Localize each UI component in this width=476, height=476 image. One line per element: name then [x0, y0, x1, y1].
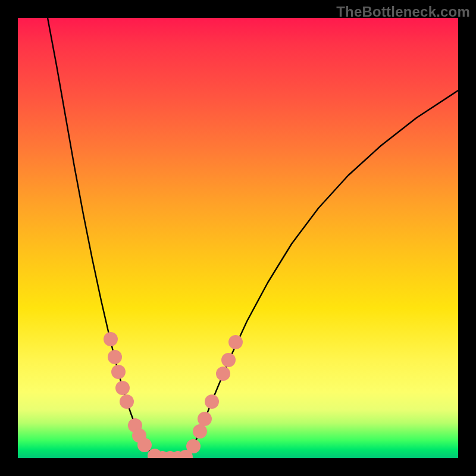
- marker-dot: [193, 424, 207, 439]
- v-curve: [48, 18, 458, 458]
- curve-group: [48, 18, 458, 458]
- marker-dot: [137, 438, 152, 452]
- watermark-text: TheBottleneck.com: [336, 4, 470, 20]
- marker-dot: [115, 381, 130, 395]
- marker-dots-group: [104, 332, 243, 458]
- plot-area: [18, 18, 458, 458]
- marker-dot: [216, 367, 230, 381]
- marker-dot: [111, 365, 126, 379]
- marker-dot: [221, 353, 236, 367]
- marker-dot: [186, 439, 201, 453]
- marker-dot: [108, 350, 122, 364]
- marker-dot: [104, 332, 118, 346]
- marker-dot: [120, 394, 134, 409]
- chart-overlay: [18, 18, 458, 458]
- marker-dot: [228, 335, 243, 349]
- marker-dot: [205, 394, 219, 409]
- marker-dot: [198, 412, 212, 426]
